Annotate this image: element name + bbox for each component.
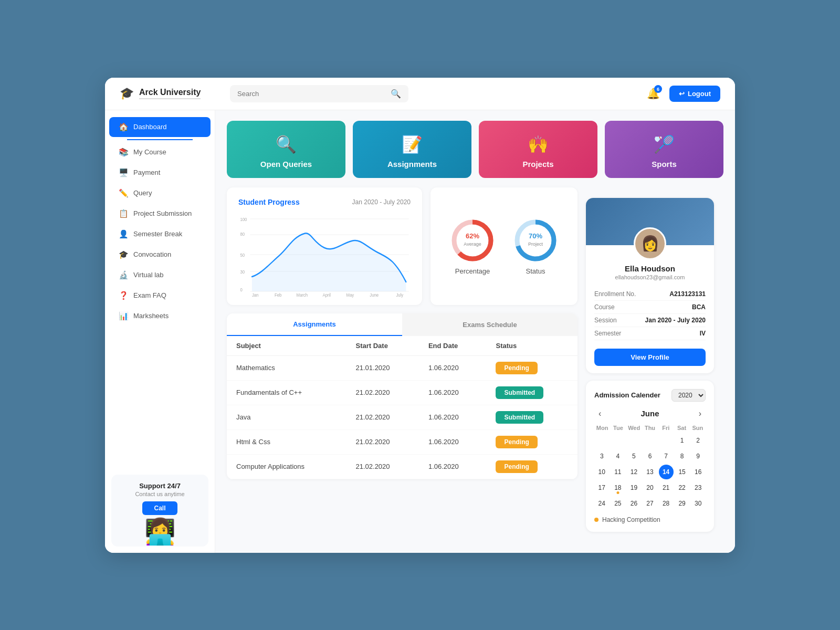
card-sports[interactable]: 🏸 Sports — [605, 121, 723, 178]
cell-status: Pending — [486, 429, 578, 454]
semester-icon: 👤 — [119, 229, 128, 239]
svg-text:June: June — [370, 292, 379, 298]
view-profile-button[interactable]: View Profile — [594, 349, 706, 366]
sidebar-item-projectsubmission[interactable]: 📋 Project Submission — [109, 204, 211, 224]
svg-text:Jan: Jan — [252, 292, 259, 298]
svg-text:Average: Average — [464, 242, 481, 247]
main-layout: 🏠 Dashboard 📚 My Course 🖥️ Payment ✏️ Qu… — [105, 110, 735, 553]
tabs-header: Assignments Exams Schedule — [227, 313, 578, 336]
calendar-day[interactable]: 12 — [626, 465, 641, 479]
enrollment-label: Enrollment No. — [594, 290, 636, 298]
calendar-day[interactable]: 15 — [675, 465, 689, 479]
sidebar-item-convocation[interactable]: 🎓 Convocation — [109, 245, 211, 265]
calendar-prev-button[interactable]: ‹ — [594, 408, 605, 419]
calendar-day[interactable]: 1 — [675, 433, 689, 448]
sidebar-label-payment: Payment — [133, 169, 160, 176]
tab-assignments[interactable]: Assignments — [227, 313, 402, 336]
logout-button[interactable]: ↩ Logout — [669, 86, 720, 102]
calendar-day[interactable]: 24 — [594, 496, 609, 511]
calendar-day[interactable]: 2 — [691, 433, 706, 448]
card-projects[interactable]: 🙌 Projects — [479, 121, 597, 178]
calendar-day[interactable]: 5 — [626, 449, 641, 464]
call-button[interactable]: Call — [142, 501, 177, 515]
notifications-button[interactable]: 🔔 6 — [647, 87, 660, 100]
card-label-openqueries: Open Queries — [260, 160, 312, 169]
calendar-day[interactable]: 13 — [643, 465, 657, 479]
sports-icon: 🏸 — [654, 134, 675, 154]
support-title: Support 24/7 — [118, 482, 202, 490]
card-assignments[interactable]: 📝 Assignments — [353, 121, 471, 178]
cell-status: Pending — [486, 454, 578, 479]
calendar-day[interactable]: 7 — [659, 449, 674, 464]
calendar-day[interactable]: 17 — [594, 480, 609, 495]
marks-icon: 📊 — [119, 311, 128, 321]
search-bar[interactable]: 🔍 — [230, 85, 408, 102]
search-input[interactable] — [237, 90, 386, 98]
calendar-day[interactable]: 16 — [691, 465, 706, 479]
tab-exams[interactable]: Exams Schedule — [402, 313, 578, 336]
chart-period: Jan 2020 - July 2020 — [352, 198, 411, 206]
calendar-day[interactable]: 29 — [675, 496, 689, 511]
calendar-day[interactable]: 14 — [659, 465, 674, 479]
convocation-icon: 🎓 — [119, 250, 128, 259]
sidebar-item-query[interactable]: ✏️ Query — [109, 183, 211, 203]
percentage-donut-svg: 62% Average — [449, 217, 496, 264]
cell-enddate: 1.06.2020 — [419, 355, 487, 380]
calendar-day[interactable]: 21 — [659, 480, 674, 495]
sidebar-item-semesterbreak[interactable]: 👤 Semester Break — [109, 224, 211, 244]
calendar-day[interactable]: 26 — [626, 496, 641, 511]
sidebar-item-examfaq[interactable]: ❓ Exam FAQ — [109, 286, 211, 306]
cell-enddate: 1.06.2020 — [419, 380, 487, 405]
svg-text:May: May — [346, 292, 354, 298]
card-label-projects: Projects — [522, 160, 553, 169]
sidebar-item-marksheets[interactable]: 📊 Marksheets — [109, 306, 211, 326]
lab-icon: 🔬 — [119, 270, 128, 280]
enrollment-row: Enrollment No. A213123131 — [594, 288, 706, 301]
table-row: Java 21.02.2020 1.06.2020 Submitted — [227, 405, 578, 429]
calendar-days-header: Mon Tue Wed Thu Fri Sat Sun — [594, 425, 706, 431]
calendar-next-button[interactable]: › — [695, 408, 706, 419]
calendar-day[interactable]: 3 — [594, 449, 609, 464]
svg-text:March: March — [296, 292, 308, 298]
calendar-day[interactable]: 22 — [675, 480, 689, 495]
calendar-day[interactable]: 19 — [626, 480, 641, 495]
cell-startdate: 21.02.2020 — [346, 380, 418, 405]
calendar-day[interactable]: 27 — [643, 496, 657, 511]
notifications-badge: 6 — [654, 85, 662, 93]
sidebar-item-mycourse[interactable]: 📚 My Course — [109, 142, 211, 162]
semester-row: Semester IV — [594, 327, 706, 340]
logo-area: 🎓 Arck University — [120, 87, 230, 100]
calendar-day[interactable]: 30 — [691, 496, 706, 511]
calendar-day[interactable]: 11 — [611, 465, 625, 479]
calendar-day[interactable]: 28 — [659, 496, 674, 511]
cell-startdate: 21.02.2020 — [346, 405, 418, 429]
card-label-sports: Sports — [652, 160, 677, 169]
calendar-day[interactable]: 18 — [611, 480, 625, 495]
sidebar-item-dashboard[interactable]: 🏠 Dashboard — [109, 117, 211, 137]
cell-startdate: 21.02.2020 — [346, 454, 418, 479]
sidebar-item-virtuallab[interactable]: 🔬 Virtual lab — [109, 265, 211, 285]
calendar-year-select[interactable]: 2020 2021 — [671, 389, 706, 402]
calendar-day — [594, 433, 609, 448]
col-subject: Subject — [227, 336, 346, 356]
sidebar-item-payment[interactable]: 🖥️ Payment — [109, 163, 211, 183]
profile-name: Ella Houdson — [594, 264, 706, 273]
calendar-day[interactable]: 10 — [594, 465, 609, 479]
cell-enddate: 1.06.2020 — [419, 429, 487, 454]
calendar-day[interactable]: 8 — [675, 449, 689, 464]
day-header-thu: Thu — [642, 425, 658, 431]
svg-text:62%: 62% — [466, 232, 479, 240]
day-header-sun: Sun — [690, 425, 706, 431]
calendar-day[interactable]: 25 — [611, 496, 625, 511]
calendar-day[interactable]: 9 — [691, 449, 706, 464]
svg-text:July: July — [396, 292, 404, 298]
calendar-day[interactable]: 6 — [643, 449, 657, 464]
calendar-day[interactable]: 20 — [643, 480, 657, 495]
calendar-card: Admission Calender 2020 2021 ‹ June › — [586, 381, 714, 532]
card-open-queries[interactable]: 🔍 Open Queries — [227, 121, 345, 178]
home-icon: 🏠 — [119, 122, 128, 132]
sidebar-label-project: Project Submission — [133, 209, 192, 217]
calendar-day[interactable]: 4 — [611, 449, 625, 464]
chart-wrapper: 100 80 50 30 0 — [238, 214, 411, 298]
calendar-day[interactable]: 23 — [691, 480, 706, 495]
